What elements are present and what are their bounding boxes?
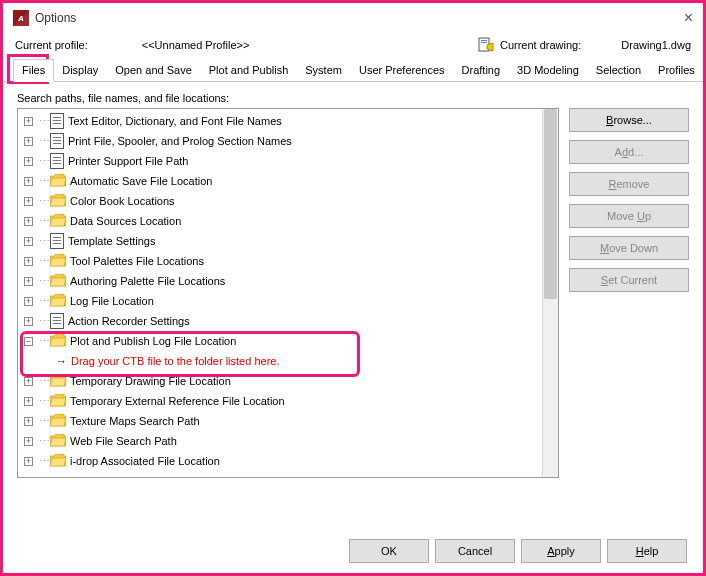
- tree-item-label: Temporary External Reference File Locati…: [70, 395, 285, 407]
- window-title: Options: [35, 11, 76, 25]
- tab-user-prefs[interactable]: User Preferences: [350, 59, 454, 81]
- tree-item-label: Action Recorder Settings: [68, 315, 190, 327]
- add-button[interactable]: Add...: [569, 140, 689, 164]
- tree-item[interactable]: +⋯Template Settings: [22, 231, 538, 251]
- tree-item-label: Printer Support File Path: [68, 155, 188, 167]
- expand-icon[interactable]: +: [24, 317, 33, 326]
- folder-icon: [50, 334, 66, 348]
- set-current-button[interactable]: Set Current: [569, 268, 689, 292]
- tree-item[interactable]: +⋯Log File Location: [22, 291, 538, 311]
- tabs: Files Display Open and Save Plot and Pub…: [3, 59, 703, 82]
- tree-item-label: Web File Search Path: [70, 435, 177, 447]
- dwg-icon: [478, 37, 494, 53]
- move-up-button[interactable]: Move Up: [569, 204, 689, 228]
- tab-plot-publish[interactable]: Plot and Publish: [200, 59, 298, 81]
- expand-icon[interactable]: +: [24, 417, 33, 426]
- tree-item[interactable]: +⋯Web File Search Path: [22, 431, 538, 451]
- titlebar: A Options ×: [3, 3, 703, 33]
- tree-item[interactable]: −⋯Plot and Publish Log File Location: [22, 331, 538, 351]
- apply-button[interactable]: Apply: [521, 539, 601, 563]
- tab-body: Search paths, file names, and file locat…: [3, 82, 703, 488]
- tree-item[interactable]: +⋯Text Editor, Dictionary, and Font File…: [22, 111, 538, 131]
- tree-item-label: Authoring Palette File Locations: [70, 275, 225, 287]
- folder-icon: [50, 374, 66, 388]
- tree-item[interactable]: +⋯Action Recorder Settings: [22, 311, 538, 331]
- expand-icon[interactable]: +: [24, 237, 33, 246]
- tree-item[interactable]: +⋯Data Sources Location: [22, 211, 538, 231]
- options-dialog: A Options × Current profile: <<Unnamed P…: [0, 0, 706, 576]
- expand-icon[interactable]: +: [24, 457, 33, 466]
- expand-icon[interactable]: +: [24, 297, 33, 306]
- tree-item[interactable]: +⋯Automatic Save File Location: [22, 171, 538, 191]
- tree-item-label: Data Sources Location: [70, 215, 181, 227]
- tab-selection[interactable]: Selection: [587, 59, 650, 81]
- tree-view[interactable]: +⋯Text Editor, Dictionary, and Font File…: [17, 108, 559, 478]
- tab-drafting[interactable]: Drafting: [453, 59, 510, 81]
- tree-item-label: Print File, Spooler, and Prolog Section …: [68, 135, 292, 147]
- tree-item-label: Color Book Locations: [70, 195, 175, 207]
- folder-icon: [50, 414, 66, 428]
- expand-icon[interactable]: +: [24, 177, 33, 186]
- tree-item[interactable]: +⋯Temporary External Reference File Loca…: [22, 391, 538, 411]
- close-icon[interactable]: ×: [684, 9, 693, 27]
- folder-icon: [50, 174, 66, 188]
- expand-icon[interactable]: +: [24, 197, 33, 206]
- expand-icon[interactable]: +: [24, 137, 33, 146]
- scrollbar[interactable]: [542, 109, 558, 477]
- expand-icon[interactable]: +: [24, 277, 33, 286]
- folder-icon: [50, 214, 66, 228]
- drawing-name: Drawing1.dwg: [621, 39, 691, 51]
- tree-item-label: Automatic Save File Location: [70, 175, 212, 187]
- document-icon: [50, 313, 64, 329]
- browse-button[interactable]: Browse...: [569, 108, 689, 132]
- tree-item[interactable]: +⋯Color Book Locations: [22, 191, 538, 211]
- current-drawing-label: Current drawing:: [500, 39, 581, 51]
- tree-item-label: Log File Location: [70, 295, 154, 307]
- expand-icon[interactable]: +: [24, 377, 33, 386]
- cancel-button[interactable]: Cancel: [435, 539, 515, 563]
- document-icon: [50, 233, 64, 249]
- folder-icon: [50, 434, 66, 448]
- tree-item[interactable]: +⋯Tool Palettes File Locations: [22, 251, 538, 271]
- tree-child-item[interactable]: →Drag your CTB file to the folder listed…: [22, 351, 538, 371]
- expand-icon[interactable]: +: [24, 157, 33, 166]
- tree-child-label: Drag your CTB file to the folder listed …: [71, 355, 279, 367]
- folder-icon: [50, 194, 66, 208]
- tree-item[interactable]: +⋯Print File, Spooler, and Prolog Sectio…: [22, 131, 538, 151]
- tab-files[interactable]: Files: [13, 59, 54, 82]
- document-icon: [50, 113, 64, 129]
- expand-icon[interactable]: +: [24, 117, 33, 126]
- tree-item[interactable]: +⋯Temporary Drawing File Location: [22, 371, 538, 391]
- tab-system[interactable]: System: [296, 59, 351, 81]
- tree-item[interactable]: +⋯Texture Maps Search Path: [22, 411, 538, 431]
- tree-item-label: Template Settings: [68, 235, 155, 247]
- document-icon: [50, 133, 64, 149]
- tree-item[interactable]: +⋯Printer Support File Path: [22, 151, 538, 171]
- current-profile-label: Current profile:: [15, 39, 88, 51]
- expand-icon[interactable]: +: [24, 397, 33, 406]
- tree-item[interactable]: +⋯Authoring Palette File Locations: [22, 271, 538, 291]
- tree-item-label: Tool Palettes File Locations: [70, 255, 204, 267]
- remove-button[interactable]: Remove: [569, 172, 689, 196]
- tab-3d-modeling[interactable]: 3D Modeling: [508, 59, 588, 81]
- expand-icon[interactable]: +: [24, 437, 33, 446]
- section-label: Search paths, file names, and file locat…: [17, 92, 689, 104]
- tree-item[interactable]: +⋯i-drop Associated File Location: [22, 451, 538, 471]
- folder-icon: [50, 294, 66, 308]
- bottom-buttons: OK Cancel Apply Help: [349, 539, 687, 563]
- tab-display[interactable]: Display: [53, 59, 107, 81]
- help-button[interactable]: Help: [607, 539, 687, 563]
- tree-item-label: Temporary Drawing File Location: [70, 375, 231, 387]
- tab-open-save[interactable]: Open and Save: [106, 59, 200, 81]
- collapse-icon[interactable]: −: [24, 337, 33, 346]
- ok-button[interactable]: OK: [349, 539, 429, 563]
- side-buttons: Browse... Add... Remove Move Up Move Dow…: [569, 108, 689, 478]
- scrollbar-thumb[interactable]: [544, 109, 557, 299]
- tab-profiles[interactable]: Profiles: [649, 59, 704, 81]
- tree-item-label: Plot and Publish Log File Location: [70, 335, 236, 347]
- expand-icon[interactable]: +: [24, 217, 33, 226]
- expand-icon[interactable]: +: [24, 257, 33, 266]
- header-row: Current profile: <<Unnamed Profile>> Cur…: [3, 33, 703, 59]
- tree-item-label: Texture Maps Search Path: [70, 415, 200, 427]
- move-down-button[interactable]: Move Down: [569, 236, 689, 260]
